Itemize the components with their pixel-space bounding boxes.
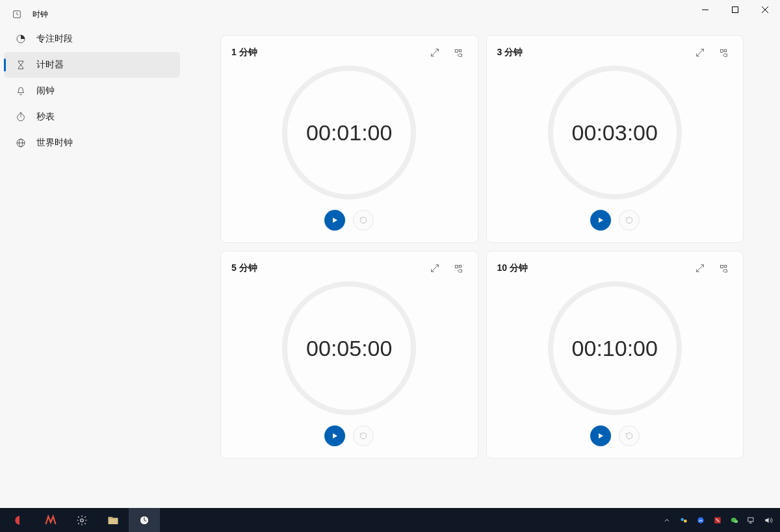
taskbar-wps-icon[interactable] (35, 508, 66, 532)
tray-copilot-icon[interactable] (679, 515, 689, 526)
svg-rect-17 (720, 49, 723, 52)
app-title-row: 时钟 (0, 3, 184, 26)
focus-icon (16, 34, 26, 44)
window-minimize-button[interactable] (690, 0, 720, 19)
timer-controls (231, 210, 467, 234)
sidebar: 时钟 专注时段 计时器 闹钟 秒表 (0, 0, 184, 508)
sidebar-item-timer[interactable]: 计时器 (4, 52, 180, 78)
sidebar-item-alarm[interactable]: 闹钟 (4, 78, 180, 104)
play-button[interactable] (324, 425, 345, 446)
clock-app-icon (12, 9, 22, 19)
tray-security-icon[interactable] (712, 515, 723, 526)
svg-rect-15 (455, 49, 458, 52)
bell-icon (16, 86, 26, 96)
svg-point-23 (81, 518, 84, 522)
reset-button[interactable] (619, 210, 640, 231)
timer-card[interactable]: 10 分钟 00:10:00 (486, 251, 744, 459)
taskbar-settings-icon[interactable] (66, 508, 98, 532)
svg-rect-1 (733, 7, 738, 13)
reset-button[interactable] (353, 425, 374, 446)
globe-icon (16, 138, 26, 148)
play-button[interactable] (590, 210, 611, 231)
timer-dial: 00:03:00 (497, 55, 733, 210)
timer-card[interactable]: 5 分钟 00:05:00 (220, 251, 478, 459)
timer-controls (497, 425, 733, 450)
hourglass-icon (16, 60, 26, 70)
taskbar (0, 508, 780, 532)
timer-grid: 1 分钟 00:01:00 3 分钟 (184, 0, 780, 508)
taskbar-explorer-icon[interactable] (98, 508, 129, 532)
svg-point-30 (684, 519, 687, 522)
svg-rect-19 (455, 265, 458, 268)
tray-wechat-icon[interactable] (729, 515, 740, 526)
sidebar-item-label: 秒表 (36, 111, 55, 123)
svg-line-6 (17, 14, 18, 15)
timer-card[interactable]: 1 分钟 00:01:00 (220, 35, 478, 243)
system-tray (662, 515, 776, 526)
tray-app-icon[interactable] (696, 515, 706, 526)
tray-network-icon[interactable] (746, 515, 757, 526)
timer-controls (497, 210, 733, 234)
tray-chevron-up-icon[interactable] (662, 515, 672, 526)
timer-dial: 00:05:00 (231, 271, 467, 425)
reset-button[interactable] (353, 210, 374, 231)
sidebar-item-label: 世界时钟 (36, 137, 73, 149)
svg-rect-16 (459, 49, 461, 51)
svg-rect-18 (724, 49, 726, 51)
reset-button[interactable] (619, 425, 640, 446)
taskbar-left (4, 508, 160, 532)
app-title: 时钟 (32, 9, 48, 20)
window-maximize-button[interactable] (720, 0, 750, 19)
svg-point-34 (734, 520, 738, 523)
timer-dial: 00:10:00 (497, 271, 733, 425)
sidebar-item-label: 闹钟 (36, 85, 55, 97)
timer-card[interactable]: 3 分钟 00:03:00 (486, 35, 744, 243)
timer-controls (231, 425, 467, 450)
timer-display: 00:05:00 (306, 336, 392, 361)
stopwatch-icon (16, 112, 26, 122)
sidebar-item-focus[interactable]: 专注时段 (4, 26, 180, 52)
timer-display: 00:03:00 (572, 120, 658, 146)
timer-display: 00:01:00 (306, 120, 392, 146)
sidebar-item-worldclock[interactable]: 世界时钟 (4, 130, 180, 156)
svg-rect-35 (748, 517, 753, 521)
sidebar-item-label: 专注时段 (36, 33, 73, 45)
svg-rect-21 (720, 265, 723, 268)
window-controls (690, 0, 780, 19)
svg-rect-22 (724, 265, 726, 267)
timer-display: 00:10:00 (572, 336, 658, 361)
timer-dial: 00:01:00 (231, 55, 467, 210)
svg-point-29 (681, 518, 684, 521)
svg-rect-20 (459, 265, 461, 267)
tray-volume-icon[interactable] (763, 515, 774, 526)
taskbar-app-partial[interactable] (4, 508, 35, 532)
sidebar-item-label: 计时器 (36, 59, 64, 71)
svg-rect-25 (109, 516, 113, 518)
play-button[interactable] (324, 210, 345, 231)
window-close-button[interactable] (750, 0, 780, 19)
play-button[interactable] (590, 425, 611, 446)
sidebar-item-stopwatch[interactable]: 秒表 (4, 104, 180, 130)
app-container: 时钟 专注时段 计时器 闹钟 秒表 (0, 0, 780, 508)
taskbar-clock-app-icon[interactable] (129, 508, 160, 532)
